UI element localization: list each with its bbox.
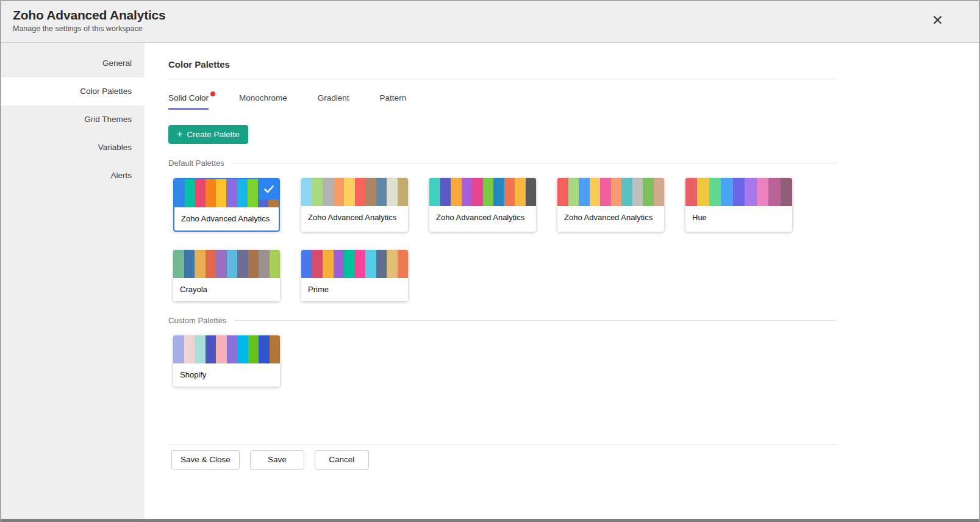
palette-swatch	[621, 178, 632, 206]
close-icon[interactable]: ✕	[932, 13, 943, 27]
header-text-group: Zoho Advanced Analytics Manage the setti…	[13, 8, 166, 33]
palette-swatch	[206, 335, 216, 363]
palette-swatch	[334, 178, 345, 206]
palette-grid: Zoho Advanced AnalyticsZoho Advanced Ana…	[173, 178, 837, 301]
plus-icon: +	[177, 129, 182, 139]
palette-swatch	[365, 250, 376, 278]
palette-swatch	[721, 178, 732, 206]
save-close-button[interactable]: Save & Close	[171, 450, 240, 470]
palette-swatch	[216, 179, 226, 207]
save-button[interactable]: Save	[250, 450, 304, 470]
palette-swatch	[632, 178, 643, 206]
palette-name: Zoho Advanced Analytics	[301, 206, 408, 229]
palette-strip	[429, 178, 536, 206]
palette-swatch	[768, 178, 780, 206]
tab-gradient[interactable]: Gradient	[318, 93, 349, 110]
palette-swatch	[259, 250, 270, 278]
palette-swatch	[365, 178, 376, 206]
notification-dot-icon	[210, 91, 215, 96]
cancel-button[interactable]: Cancel	[315, 450, 369, 470]
palette-swatch	[173, 335, 184, 363]
palette-strip	[557, 178, 664, 206]
section-title: Default Palettes	[168, 159, 224, 168]
palette-swatch	[557, 178, 568, 206]
palette-swatch	[270, 250, 281, 278]
palette-card-zoho-advanced-analytics[interactable]: Zoho Advanced Analytics	[429, 178, 536, 232]
palette-swatch	[355, 250, 366, 278]
palette-swatch	[643, 178, 654, 206]
palette-card-zoho-advanced-analytics[interactable]: Zoho Advanced Analytics	[173, 178, 280, 232]
palette-name: Zoho Advanced Analytics	[174, 207, 279, 231]
palette-swatch	[334, 250, 345, 278]
palette-swatch	[429, 178, 440, 206]
palette-swatch	[195, 250, 206, 278]
footer-divider	[168, 444, 837, 445]
tab-label: Monochrome	[239, 93, 287, 102]
palette-swatch	[745, 178, 756, 206]
palette-strip	[301, 178, 408, 206]
palette-swatch	[526, 178, 537, 206]
palette-card-hue[interactable]: Hue	[685, 178, 792, 232]
palette-swatch	[237, 179, 248, 207]
sidebar-item-alerts[interactable]: Alerts	[1, 162, 145, 190]
palette-card-shopify[interactable]: Shopify	[173, 335, 280, 387]
tab-solid-color[interactable]: Solid Color	[168, 93, 209, 110]
palette-card-prime[interactable]: Prime	[301, 250, 408, 301]
palette-name: Zoho Advanced Analytics	[429, 206, 536, 229]
section-header: Custom Palettes	[168, 316, 837, 325]
palette-strip	[173, 335, 280, 363]
palette-swatch	[600, 178, 611, 206]
palette-swatch	[483, 178, 494, 206]
palette-swatch	[504, 178, 515, 206]
create-palette-button[interactable]: + Create Palette	[168, 125, 248, 144]
tab-label: Gradient	[318, 93, 349, 102]
footer-buttons: Save & CloseSaveCancel	[171, 450, 837, 470]
palette-sections: Default PalettesZoho Advanced AnalyticsZ…	[168, 159, 837, 387]
palette-swatch	[387, 250, 398, 278]
palette-strip	[685, 178, 792, 206]
palette-swatch	[654, 178, 665, 206]
tab-monochrome[interactable]: Monochrome	[239, 93, 287, 110]
palette-swatch	[195, 335, 206, 363]
workspace-settings-dialog: Zoho Advanced Analytics Manage the setti…	[0, 0, 980, 522]
palette-card-zoho-advanced-analytics[interactable]: Zoho Advanced Analytics	[557, 178, 664, 232]
palette-swatch	[226, 179, 237, 207]
dialog-header: Zoho Advanced Analytics Manage the setti…	[1, 1, 979, 43]
section-header: Default Palettes	[168, 159, 837, 168]
sidebar-item-variables[interactable]: Variables	[1, 134, 145, 162]
sidebar-item-general[interactable]: General	[1, 49, 145, 77]
page-title: Color Palettes	[168, 59, 837, 79]
dialog-title: Zoho Advanced Analytics	[13, 8, 166, 23]
main-content: Color Palettes Solid ColorMonochromeGrad…	[145, 43, 979, 519]
section-divider	[235, 320, 837, 321]
palette-swatch	[259, 335, 270, 363]
palette-card-crayola[interactable]: Crayola	[173, 250, 280, 301]
palette-swatch	[185, 179, 195, 207]
palette-swatch	[398, 250, 409, 278]
tab-pattern[interactable]: Pattern	[380, 93, 407, 110]
palette-swatch	[440, 178, 451, 206]
palette-swatch	[301, 250, 312, 278]
palette-name: Shopify	[173, 363, 280, 387]
sidebar-item-color-palettes[interactable]: Color Palettes	[1, 77, 145, 105]
palette-swatch	[216, 335, 227, 363]
palette-grid: Shopify	[173, 335, 837, 387]
palette-swatch	[757, 178, 768, 206]
palette-swatch	[697, 178, 709, 206]
palette-card-zoho-advanced-analytics[interactable]: Zoho Advanced Analytics	[301, 178, 408, 232]
palette-swatch	[387, 178, 398, 206]
palette-swatch	[184, 250, 195, 278]
sidebar-item-grid-themes[interactable]: Grid Themes	[1, 105, 145, 134]
palette-swatch	[248, 179, 258, 207]
palette-swatch	[781, 178, 792, 206]
palette-swatch	[451, 178, 462, 206]
dialog-subtitle: Manage the settings of this workspace	[13, 24, 166, 33]
palette-swatch	[173, 250, 184, 278]
palette-swatch	[323, 178, 334, 206]
tab-label: Solid Color	[168, 93, 209, 102]
palette-swatch	[227, 250, 238, 278]
palette-name: Prime	[301, 278, 408, 301]
palette-swatch	[312, 178, 323, 206]
palette-swatch	[376, 250, 387, 278]
palette-swatch	[195, 179, 206, 207]
